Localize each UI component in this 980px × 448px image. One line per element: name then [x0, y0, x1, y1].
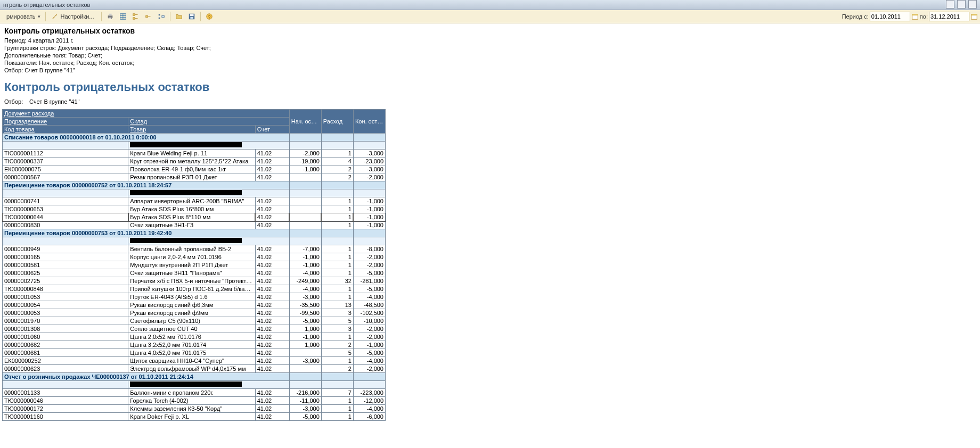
table-row[interactable]: 00000001133Баллон-мини с пропаном 220г.4… — [3, 389, 386, 397]
table-row[interactable]: 00000000949Вентиль балонный пропановый В… — [3, 245, 386, 253]
table-row[interactable]: 00000000681Цанга 4,0x52,0 мм 701.017541.… — [3, 349, 386, 357]
cell-code: 00000001970 — [3, 317, 128, 325]
report-body[interactable]: Контроль отрицательных остатков Период: … — [0, 23, 980, 448]
cell-end: -2,000 — [353, 173, 385, 181]
table-row[interactable]: ЕК000000075Проволока ER-49-1 ф0,8мм кас … — [3, 165, 386, 173]
cell-code: 00000000682 — [3, 341, 128, 349]
col-start[interactable]: Нач. остаток — [289, 110, 321, 134]
cell-product: Краги Doker Feji р. XL — [128, 413, 255, 421]
group-row[interactable]: Перемещение товаров 00000000753 от 01.10… — [3, 229, 386, 237]
cell-product: Круг отрезной по металлу 125*2,5*22 Атак… — [128, 157, 255, 165]
table-row[interactable]: ТЮ000001112Краги Blue Welding Feji р. 11… — [3, 150, 386, 157]
table-row[interactable]: ЕК000000252Щиток сварщика НН10-С4 "Супер… — [3, 357, 386, 365]
col-code[interactable]: Код товара — [3, 126, 128, 134]
help-button[interactable]: ? — [203, 11, 215, 22]
table-row[interactable]: ТЮ000000644Бур Атака SDS Plus 8*110 мм41… — [3, 213, 386, 221]
subdivision-row[interactable] — [3, 381, 386, 389]
save-button[interactable] — [186, 11, 198, 22]
chevron-down-icon: ▾ — [38, 14, 40, 19]
cell-end: -223,000 — [353, 389, 385, 397]
period-from-input[interactable] — [870, 12, 910, 21]
subdivision-row[interactable] — [3, 237, 386, 245]
cell-account: 41.02 — [255, 261, 289, 269]
minimize-icon[interactable] — [946, 0, 954, 9]
group-row[interactable]: Отчет о розничных продажах ЧЕ000000137 о… — [3, 373, 386, 381]
cell-product: Цанга 4,0x52,0 мм 701.0175 — [128, 349, 255, 357]
cell-account: 41.02 — [255, 413, 289, 421]
cell-code: ТЮ000000046 — [3, 397, 128, 405]
cell-start — [289, 221, 321, 229]
group-row[interactable]: Списание товаров 00000000018 от 01.10.20… — [3, 134, 386, 142]
cell-consumption: 1 — [321, 205, 353, 213]
group-row[interactable]: Перемещение товаров 00000000752 от 01.10… — [3, 181, 386, 189]
window-controls — [945, 0, 977, 10]
col-account[interactable]: Счет — [255, 126, 289, 134]
col-store[interactable]: Склад — [128, 118, 289, 126]
cell-product: Бур Атака SDS Plus 8*110 мм — [128, 213, 255, 221]
cell-account: 41.02 — [255, 389, 289, 397]
cell-code: 00000000830 — [3, 221, 128, 229]
form-button[interactable]: рмировать ▾ — [2, 11, 43, 22]
table-row[interactable]: ТЮ000001160Краги Doker Feji р. XL41.02-5… — [3, 413, 386, 421]
col-department[interactable]: Подразделение — [3, 118, 128, 126]
indicators-line: Показатели: Нач. остаток; Расход; Кон. о… — [4, 59, 976, 67]
table-row[interactable]: 00000000165Корпус цанги 2,0-2,4 мм 701.0… — [3, 253, 386, 261]
cell-start — [289, 349, 321, 357]
redacted-bar — [130, 238, 242, 243]
table-row[interactable]: 00000000625Очки защитные 3Н11 "Панорама"… — [3, 269, 386, 277]
table-row[interactable]: 00000001308Сопло защитное CUT 4041.021,0… — [3, 325, 386, 333]
svg-rect-12 — [145, 15, 148, 18]
table-row[interactable]: 00000001053Пруток ER-4043 (AlSi5) d 1.64… — [3, 293, 386, 301]
table-row[interactable]: 00000000054Рукав кислород синий ф6,3мм41… — [3, 301, 386, 309]
col-product[interactable]: Товар — [128, 126, 255, 134]
cell-consumption: 32 — [321, 277, 353, 285]
open-button[interactable] — [173, 11, 185, 22]
table-row[interactable]: 00000000741Аппарат инверторный ARC-200B … — [3, 197, 386, 205]
cell-consumption: 1 — [321, 293, 353, 301]
cell-account: 41.02 — [255, 213, 289, 221]
calendar-icon[interactable] — [911, 13, 919, 20]
maximize-icon[interactable] — [957, 0, 966, 9]
col-end[interactable]: Кон. остаток — [353, 110, 385, 134]
print-button[interactable] — [104, 11, 116, 22]
table-row[interactable]: ТЮ000000337Круг отрезной по металлу 125*… — [3, 157, 386, 165]
selection-label: Отбор: — [4, 98, 28, 105]
table-row[interactable]: ТЮ000000046Горелка Torch (4-002)41.02-11… — [3, 397, 386, 405]
cell-code: 00000001060 — [3, 333, 128, 341]
period-to-input[interactable] — [929, 12, 969, 21]
table-row[interactable]: 00000000053Рукав кислород синий ф9мм41.0… — [3, 309, 386, 317]
col-consumption[interactable]: Расход — [321, 110, 353, 134]
structure-button[interactable] — [156, 11, 167, 22]
settings-button[interactable]: Настройки... — [48, 11, 98, 22]
cell-code: ЕК000000252 — [3, 357, 128, 365]
svg-rect-23 — [912, 14, 918, 16]
cell-end: -4,000 — [353, 357, 385, 365]
close-icon[interactable] — [968, 0, 977, 9]
table-row[interactable]: 00000001060Цанга 2,0x52 мм 701.017641.02… — [3, 333, 386, 341]
table-row[interactable]: ТЮ000000653Бур Атака SDS Plus 16*800 мм4… — [3, 205, 386, 213]
cell-product: Краги Blue Welding Feji р. 11 — [128, 150, 255, 157]
grid-button[interactable] — [117, 11, 129, 22]
table-row[interactable]: 00000000567Резак пропановый РЗП-01 Джет4… — [3, 173, 386, 181]
table-row[interactable]: 00000000623Электрод вольфрамовый WP d4,0… — [3, 365, 386, 373]
table-row[interactable]: 00000002725Перчатки х/б с ПВХ 5-и ниточн… — [3, 277, 386, 285]
cell-product: Корпус цанги 2,0-2,4 мм 701.0196 — [128, 253, 255, 261]
calendar-icon[interactable] — [970, 13, 978, 20]
table-row[interactable]: 00000000830Очки защитные 3Н1-Г341.021-1,… — [3, 221, 386, 229]
table-row[interactable]: ТЮ000000848Припой катушки 100гр ПОС-61 д… — [3, 285, 386, 293]
tree-expand-button[interactable] — [130, 11, 142, 22]
table-row[interactable]: 00000000682Цанга 3,2x52,0 мм 701.017441.… — [3, 341, 386, 349]
col-document[interactable]: Документ расхода — [3, 110, 290, 118]
svg-rect-9 — [133, 18, 135, 20]
cell-product: Мундштук внутренний 2П Р1П Джет — [128, 261, 255, 269]
cell-account: 41.02 — [255, 269, 289, 277]
diskette-icon — [188, 13, 195, 20]
table-row[interactable]: ТЮ000000172Клеммы заземления КЗ-50 "Корд… — [3, 405, 386, 413]
cell-start: -19,000 — [289, 157, 321, 165]
window-title: нтроль отрицательных остатков — [3, 0, 90, 10]
subdivision-row[interactable] — [3, 142, 386, 150]
tree-collapse-button[interactable] — [143, 11, 154, 22]
subdivision-row[interactable] — [3, 189, 386, 197]
table-row[interactable]: 00000001970Светофильтр C5 (90х110)41.02-… — [3, 317, 386, 325]
table-row[interactable]: 00000000581Мундштук внутренний 2П Р1П Дж… — [3, 261, 386, 269]
